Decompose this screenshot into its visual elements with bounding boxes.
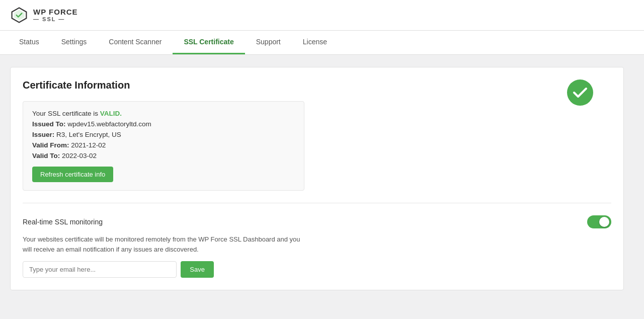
toggle-thumb: [599, 217, 609, 227]
tab-license[interactable]: License: [292, 31, 338, 54]
valid-from-value-text: 2021-12-02: [71, 141, 106, 149]
svg-point-2: [567, 79, 593, 106]
certificate-info-box: Your SSL certificate is VALID. Issued To…: [23, 101, 304, 191]
issuer-row: Issuer: R3, Let's Encrypt, US: [32, 131, 295, 138]
refresh-certificate-button[interactable]: Refresh certificate info: [32, 167, 113, 182]
toggle-track: [587, 215, 611, 228]
email-input[interactable]: [23, 261, 177, 278]
valid-from-label: Valid From:: [32, 141, 69, 149]
valid-to-label: Valid To:: [32, 152, 60, 160]
email-row: Save: [23, 261, 214, 278]
tab-status[interactable]: Status: [8, 31, 50, 54]
valid-from-row: Valid From: 2021-12-02: [32, 141, 295, 149]
header: WP FORCE — SSL —: [0, 0, 644, 31]
issued-to-value-text: wpdev15.webfactoryltd.com: [67, 120, 151, 128]
tab-content-scanner[interactable]: Content Scanner: [98, 31, 173, 54]
main-content: Certificate Information Your SSL certifi…: [0, 55, 634, 302]
save-button[interactable]: Save: [181, 261, 214, 278]
section-divider: [23, 203, 611, 203]
logo-text: WP FORCE — SSL —: [33, 8, 78, 23]
svg-marker-1: [14, 10, 25, 21]
logo-ssl-line: — SSL —: [33, 16, 78, 22]
issued-to-row: Issued To: wpdev15.webfactoryltd.com: [32, 120, 295, 128]
logo-icon: [10, 6, 28, 24]
monitoring-row: Real-time SSL monitoring: [23, 215, 611, 228]
section-title: Certificate Information: [23, 79, 611, 91]
tab-support[interactable]: Support: [245, 31, 292, 54]
valid-to-value-text: 2022-03-02: [62, 152, 97, 160]
tab-bar: Status Settings Content Scanner SSL Cert…: [0, 31, 644, 55]
ssl-status-text: Your SSL certificate is VALID.: [32, 110, 295, 117]
valid-to-row: Valid To: 2022-03-02: [32, 152, 295, 160]
main-card: Certificate Information Your SSL certifi…: [10, 67, 624, 290]
issuer-value-text: R3, Let's Encrypt, US: [56, 131, 121, 138]
monitoring-description: Your websites certificate will be monito…: [23, 234, 304, 254]
tab-settings[interactable]: Settings: [50, 31, 98, 54]
logo-area: WP FORCE — SSL —: [10, 6, 78, 24]
logo-wp-text: WP FORCE: [33, 8, 78, 17]
logo-ssl-text: — SSL —: [33, 16, 65, 22]
tab-ssl-certificate[interactable]: SSL Certificate: [173, 31, 245, 54]
ssl-valid-label: VALID.: [100, 110, 122, 117]
monitoring-toggle[interactable]: [587, 215, 611, 228]
issuer-label: Issuer:: [32, 131, 54, 138]
issued-to-label: Issued To:: [32, 120, 66, 128]
valid-check-icon: [567, 79, 593, 106]
monitoring-label: Real-time SSL monitoring: [23, 218, 103, 226]
